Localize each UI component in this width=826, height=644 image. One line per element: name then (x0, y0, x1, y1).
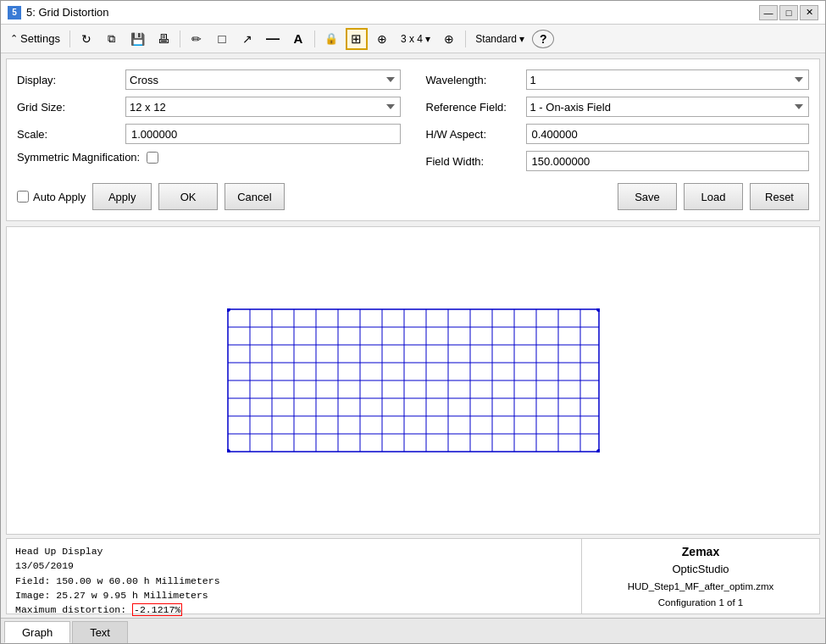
layers-icon: ⊕ (377, 32, 387, 46)
apply-button[interactable]: Apply (92, 183, 152, 210)
load-button[interactable]: Load (684, 183, 743, 210)
copy-icon: ⧉ (108, 32, 115, 46)
copy-button[interactable]: ⧉ (101, 28, 123, 50)
buttons-row: Auto Apply Apply OK Cancel Save Load Res… (17, 183, 809, 210)
svg-point-26 (227, 449, 230, 452)
info-line-4: Image: 25.27 w 9.95 h Millimeters (15, 588, 573, 602)
tab-text[interactable]: Text (72, 621, 128, 643)
line-button[interactable]: — (262, 28, 284, 50)
toolbar-separator-1 (69, 31, 70, 47)
graph-area (6, 226, 820, 535)
help-icon: ? (540, 32, 547, 46)
toolbar: ⌃ Settings ↻ ⧉ 💾 🖶 ✏ □ ↗ — A (1, 25, 825, 53)
cancel-button[interactable]: Cancel (225, 183, 284, 210)
display-row: Display: Cross (17, 69, 401, 90)
window-icon: 5 (8, 6, 21, 19)
toolbar-separator-3 (314, 31, 315, 47)
arrow-button[interactable]: ↗ (236, 28, 258, 50)
symmetric-mag-checkbox[interactable] (147, 152, 158, 164)
settings-grid: Display: Cross Grid Size: 12 x 12 Scale: (17, 69, 809, 171)
auto-apply-container: Auto Apply (17, 191, 86, 203)
line-icon: — (266, 31, 280, 47)
info-line-3: Field: 150.00 w 60.00 h Millimeters (15, 574, 573, 588)
brand-product: OpticStudio (672, 561, 729, 579)
hw-aspect-input[interactable] (526, 124, 810, 144)
svg-point-24 (227, 308, 230, 312)
close-button[interactable]: ✕ (800, 5, 818, 20)
info-panel: Head Up Display 13/05/2019 Field: 150.00… (6, 538, 820, 614)
layers-button[interactable]: ⊕ (371, 28, 393, 50)
symmetric-mag-row: Symmetric Magnification: (17, 151, 401, 164)
refresh-button[interactable]: ↻ (75, 28, 97, 50)
tab-graph[interactable]: Graph (4, 621, 70, 643)
nav-button[interactable]: ⊕ (438, 28, 460, 50)
wavelength-label: Wavelength: (426, 74, 519, 86)
text-button[interactable]: A (287, 28, 309, 50)
reference-field-label: Reference Field: (426, 101, 519, 114)
grid-button[interactable]: ⊞ (346, 28, 368, 50)
title-bar: 5 5: Grid Distortion — □ ✕ (1, 1, 825, 25)
grid-size-select[interactable]: 12 x 12 (125, 97, 401, 117)
hw-aspect-label: H/W Aspect: (426, 128, 519, 141)
max-distortion-value: -2.1217% (132, 603, 182, 616)
title-bar-left: 5 5: Grid Distortion (8, 6, 109, 19)
auto-apply-checkbox[interactable] (17, 191, 29, 203)
reference-field-row: Reference Field: 1 - On-axis Field (426, 97, 810, 117)
refresh-icon: ↻ (81, 32, 91, 46)
nav-icon: ⊕ (444, 32, 454, 46)
reference-field-select[interactable]: 1 - On-axis Field (526, 97, 810, 117)
chevron-up-icon: ⌃ (10, 33, 18, 44)
hw-aspect-row: H/W Aspect: (426, 124, 810, 144)
reset-button[interactable]: Reset (750, 183, 809, 210)
pencil-button[interactable]: ✏ (186, 28, 208, 50)
lock-icon: 🔒 (324, 32, 338, 45)
text-icon: A (294, 31, 303, 46)
print-button[interactable]: 🖶 (152, 28, 175, 50)
minimize-button[interactable]: — (759, 5, 778, 20)
toolbar-separator-2 (180, 31, 180, 47)
save-toolbar-button[interactable]: 💾 (126, 28, 149, 50)
save-icon: 💾 (130, 32, 145, 46)
left-settings: Display: Cross Grid Size: 12 x 12 Scale: (17, 69, 401, 171)
config-label: 3 x 4 ▾ (401, 33, 430, 45)
info-line-2: 13/05/2019 (15, 558, 573, 573)
auto-apply-label: Auto Apply (33, 191, 86, 203)
right-settings: Wavelength: 1 Reference Field: 1 - On-ax… (426, 69, 810, 171)
display-select[interactable]: Cross (125, 69, 401, 90)
lock-button[interactable]: 🔒 (320, 28, 342, 50)
settings-panel: Display: Cross Grid Size: 12 x 12 Scale: (6, 58, 820, 221)
rect-icon: □ (218, 31, 225, 46)
wavelength-select[interactable]: 1 (526, 69, 810, 90)
grid-distortion-chart (227, 308, 600, 452)
field-width-row: Field Width: (426, 151, 810, 171)
ok-button[interactable]: OK (158, 183, 218, 210)
scale-row: Scale: (17, 124, 401, 144)
info-line-5: Maximum distortion: -2.1217% (15, 602, 573, 617)
config-selector[interactable]: 3 x 4 ▾ (396, 28, 435, 50)
scale-label: Scale: (17, 128, 119, 141)
tab-graph-label: Graph (22, 626, 53, 639)
settings-label: Settings (20, 32, 60, 45)
print-icon: 🖶 (158, 32, 169, 46)
grid-size-row: Grid Size: 12 x 12 (17, 97, 401, 117)
save-button[interactable]: Save (618, 183, 677, 210)
grid-size-label: Grid Size: (17, 101, 119, 114)
symmetric-mag-label: Symmetric Magnification: (17, 151, 140, 164)
svg-point-27 (596, 449, 600, 452)
standard-selector[interactable]: Standard ▾ (471, 28, 529, 50)
field-width-input[interactable] (526, 151, 810, 171)
maximize-button[interactable]: □ (779, 5, 798, 20)
scale-input[interactable] (125, 124, 401, 144)
rect-button[interactable]: □ (211, 28, 233, 50)
brand-name: Zemax (682, 542, 719, 561)
help-button[interactable]: ? (532, 30, 554, 48)
info-line-1: Head Up Display (15, 544, 573, 558)
window-title: 5: Grid Distortion (26, 6, 109, 19)
field-width-label: Field Width: (426, 155, 519, 168)
standard-label: Standard ▾ (475, 33, 524, 45)
wavelength-row: Wavelength: 1 (426, 69, 810, 90)
tabs-bar: Graph Text (1, 618, 825, 643)
settings-button[interactable]: ⌃ Settings (6, 28, 64, 50)
filename: HUD_Step1_MF_after_optim.zmx (628, 579, 774, 594)
config-info: Configuration 1 of 1 (658, 595, 743, 610)
